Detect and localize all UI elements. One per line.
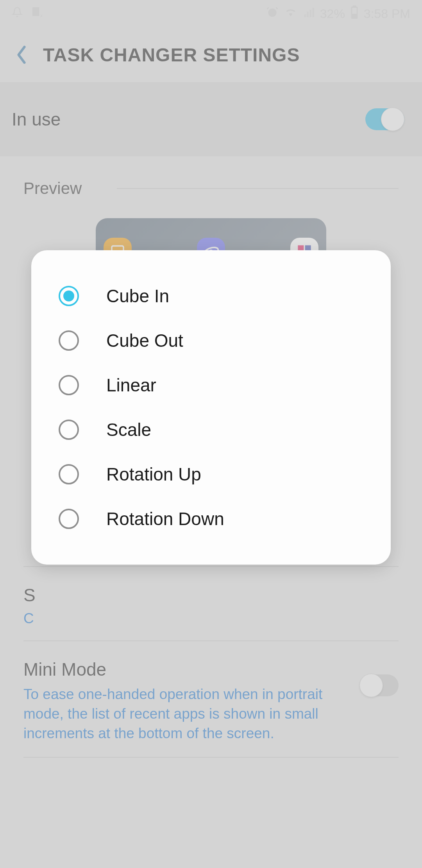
option-rotation-up[interactable]: Rotation Up [31, 452, 391, 497]
option-rotation-down[interactable]: Rotation Down [31, 497, 391, 541]
option-label: Rotation Down [106, 508, 224, 529]
option-scale[interactable]: Scale [31, 407, 391, 452]
radio-icon [59, 464, 79, 484]
option-label: Scale [106, 419, 151, 440]
option-cube-out[interactable]: Cube Out [31, 318, 391, 363]
radio-icon [59, 330, 79, 351]
option-label: Linear [106, 375, 156, 396]
style-picker-dialog: Cube In Cube Out Linear Scale Rotation U… [31, 250, 391, 565]
radio-icon [59, 286, 79, 306]
option-cube-in[interactable]: Cube In [31, 274, 391, 318]
option-label: Cube Out [106, 330, 183, 351]
option-linear[interactable]: Linear [31, 363, 391, 407]
option-label: Cube In [106, 285, 169, 307]
radio-icon [59, 509, 79, 529]
radio-icon [59, 420, 79, 440]
option-label: Rotation Up [106, 464, 201, 485]
radio-icon [59, 375, 79, 395]
